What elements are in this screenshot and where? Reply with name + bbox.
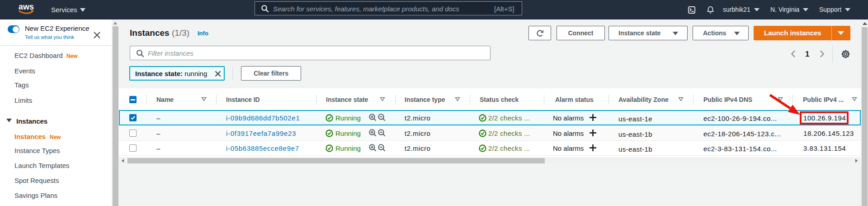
svg-text:aws: aws <box>19 2 34 11</box>
